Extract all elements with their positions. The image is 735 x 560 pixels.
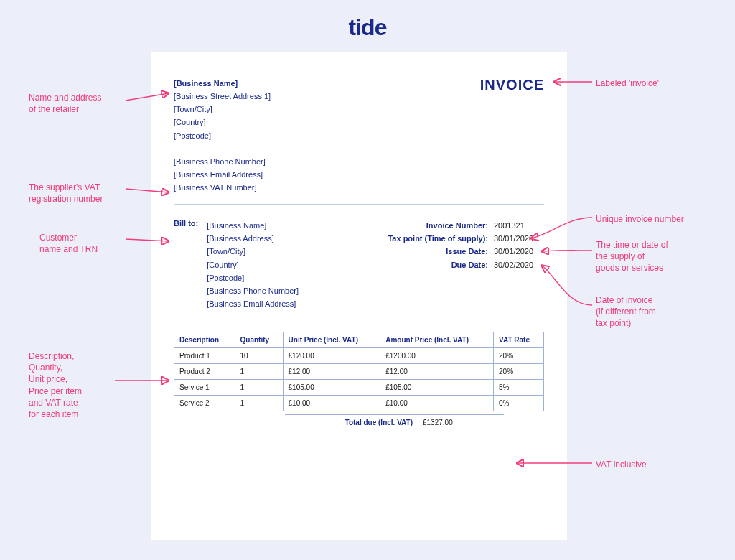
billto-email: [Business Email Address] xyxy=(207,297,299,310)
cell-quantity: 1 xyxy=(235,396,283,411)
brand-logo: tide xyxy=(349,14,387,41)
anno-vat-inclusive: VAT inclusive xyxy=(596,459,647,470)
col-amount: Amount Price (Incl. VAT) xyxy=(380,332,494,348)
billto-address: [Business Address] xyxy=(207,232,299,245)
anno-labeled-invoice: Labeled 'invoice' xyxy=(596,78,659,89)
divider xyxy=(174,204,544,205)
mid-row: Bill to: [Business Name] [Business Addre… xyxy=(174,219,544,310)
billto-country: [Country] xyxy=(207,258,299,271)
table-row: Product 21£12.00£12.0020% xyxy=(174,364,544,380)
cell-quantity: 1 xyxy=(235,380,283,396)
totals-row: Total due (Incl. VAT) £1327.00 xyxy=(174,414,544,430)
tax-point-value: 30/01/2020 xyxy=(494,232,544,245)
due-date-value: 30/02/2020 xyxy=(494,258,544,271)
anno-retailer: Name and addressof the retailer xyxy=(29,92,140,115)
table-row: Service 11£105.00£105.005% xyxy=(174,380,544,396)
billto-postcode: [Postcode] xyxy=(207,271,299,284)
issue-date-value: 30/01/2020 xyxy=(494,245,544,258)
col-description: Description xyxy=(174,332,235,348)
cell-vat_rate: 20% xyxy=(494,348,544,364)
billto-name: [Business Name] xyxy=(207,219,299,232)
due-date-label: Due Date: xyxy=(451,258,488,271)
billto-phone: [Business Phone Number] xyxy=(207,284,299,297)
col-unit-price: Unit Price (Incl. VAT) xyxy=(283,332,380,348)
cell-unit_price: £12.00 xyxy=(283,364,380,380)
cell-amount: £105.00 xyxy=(380,380,494,396)
cell-vat_rate: 0% xyxy=(494,396,544,411)
cell-quantity: 1 xyxy=(235,364,283,380)
cell-quantity: 10 xyxy=(235,348,283,364)
cell-description: Service 2 xyxy=(174,396,235,411)
total-label: Total due (Incl. VAT) xyxy=(285,414,418,430)
cell-unit_price: £105.00 xyxy=(283,380,380,396)
invoice-number-label: Invoice Number: xyxy=(426,219,488,232)
bill-to-block: Bill to: [Business Name] [Business Addre… xyxy=(174,219,299,310)
table-row: Product 110£120.00£1200.0020% xyxy=(174,348,544,364)
anno-supplier-vat: The supplier's VATregistration number xyxy=(29,182,140,205)
sender-country: [Country] xyxy=(174,116,544,129)
invoice-number-value: 2001321 xyxy=(494,219,544,232)
bill-to-label: Bill to: xyxy=(174,219,198,310)
total-value: £1327.00 xyxy=(418,414,504,430)
anno-line-items: Description,Quantity,Unit price,Price pe… xyxy=(29,350,136,420)
cell-unit_price: £10.00 xyxy=(283,396,380,411)
sender-town: [Town/City] xyxy=(174,103,544,116)
cell-description: Product 1 xyxy=(174,348,235,364)
billto-town: [Town/City] xyxy=(207,245,299,258)
sender-contact-block: [Business Phone Number] [Business Email … xyxy=(174,155,544,194)
table-row: Service 21£10.00£10.000% xyxy=(174,396,544,411)
cell-description: Service 1 xyxy=(174,380,235,396)
invoice-page: INVOICE [Business Name] [Business Street… xyxy=(151,52,567,540)
cell-unit_price: £120.00 xyxy=(283,348,380,364)
tax-point-label: Tax point (Time of supply): xyxy=(388,232,488,245)
sender-phone: [Business Phone Number] xyxy=(174,155,544,168)
col-vat-rate: VAT Rate xyxy=(494,332,544,348)
anno-customer: Customername and TRN xyxy=(39,232,140,255)
sender-vat: [Business VAT Number] xyxy=(174,181,544,194)
cell-vat_rate: 5% xyxy=(494,380,544,396)
cell-amount: £1200.00 xyxy=(380,348,494,364)
cell-vat_rate: 20% xyxy=(494,364,544,380)
anno-unique-number: Unique invoice number xyxy=(596,213,684,225)
sender-postcode: [Postcode] xyxy=(174,129,544,142)
cell-amount: £10.00 xyxy=(380,396,494,411)
invoice-label: INVOICE xyxy=(480,77,544,93)
line-items-table: Description Quantity Unit Price (Incl. V… xyxy=(174,332,544,411)
cell-amount: £12.00 xyxy=(380,364,494,380)
anno-supply-time: The time or date ofthe supply ofgoods or… xyxy=(596,239,718,274)
issue-date-label: Issue Date: xyxy=(446,245,488,258)
invoice-meta: Invoice Number: 2001321 Tax point (Time … xyxy=(388,219,544,310)
col-quantity: Quantity xyxy=(235,332,283,348)
anno-issue-date: Date of invoice(if different fromtax poi… xyxy=(596,294,718,330)
sender-email: [Business Email Address] xyxy=(174,168,544,181)
cell-description: Product 2 xyxy=(174,364,235,380)
